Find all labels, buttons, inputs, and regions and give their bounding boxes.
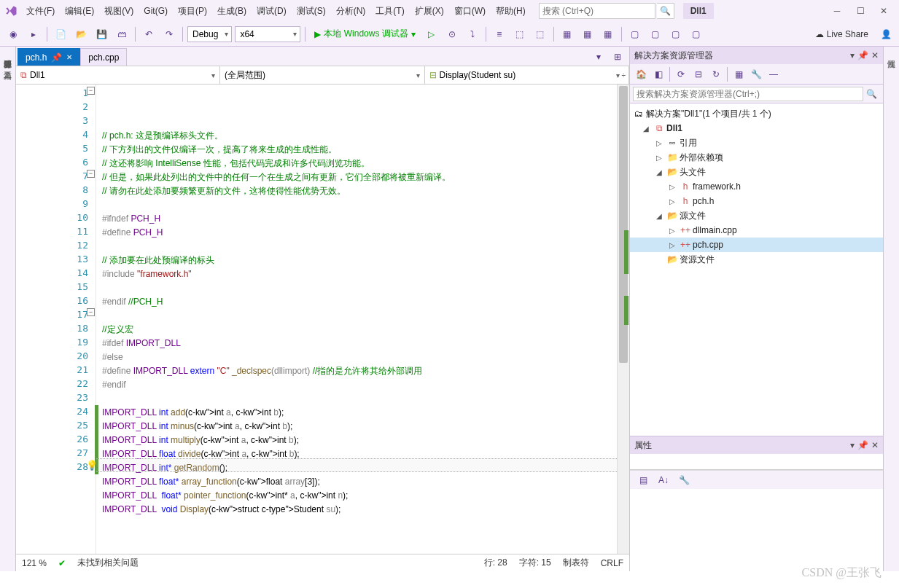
pin-icon[interactable]: 📌 (857, 50, 868, 60)
properties-selector[interactable] (630, 454, 883, 470)
wrench-icon[interactable]: 🔧 (675, 471, 693, 489)
properties-grid[interactable] (630, 489, 883, 571)
menu-project[interactable]: 项目(P) (174, 2, 211, 20)
nav-back-button[interactable]: ◉ (4, 26, 22, 43)
tb-icon-7[interactable]: ▢ (626, 26, 644, 43)
tb-icon-9[interactable]: ▢ (667, 26, 685, 43)
issues-text[interactable]: 未找到相关问题 (77, 557, 139, 569)
tb-icon-3[interactable]: ⬚ (532, 26, 549, 43)
menu-analyze[interactable]: 分析(N) (332, 2, 370, 20)
panel-menu-icon[interactable]: ▾ (850, 50, 855, 60)
tab-pch-h[interactable]: pch.h 📌 ✕ (17, 48, 80, 66)
expand-icon[interactable]: ◢ (643, 125, 652, 133)
platform-combo[interactable]: x64 (235, 26, 300, 42)
menu-file[interactable]: 文件(F) (22, 2, 59, 20)
close-icon[interactable]: ✕ (871, 50, 879, 60)
open-button[interactable]: 📂 (72, 26, 90, 43)
collapse-icon[interactable]: ⊟ (690, 66, 707, 82)
nav-fwd-button[interactable]: ▸ (25, 26, 42, 43)
save-all-button[interactable]: 🗃 (113, 26, 131, 43)
global-search[interactable] (539, 3, 655, 19)
redo-button[interactable]: ↷ (160, 26, 178, 43)
attach-button[interactable]: ⊙ (443, 26, 461, 43)
menu-window[interactable]: 窗口(W) (450, 2, 490, 20)
nav-scope-combo[interactable]: (全局范围) (220, 66, 425, 84)
menu-debug[interactable]: 调试(D) (252, 2, 291, 20)
tree-file-pch-cpp[interactable]: ▷ ++ pch.cpp (630, 238, 883, 252)
menu-edit[interactable]: 编辑(E) (61, 2, 98, 20)
tab-dropdown[interactable]: ▾ (590, 48, 607, 66)
menu-extensions[interactable]: 扩展(X) (410, 2, 448, 20)
close-button[interactable]: ✕ (873, 3, 895, 19)
panel-menu-icon[interactable]: ▾ (850, 440, 855, 450)
save-button[interactable]: 💾 (93, 26, 110, 43)
refresh-icon[interactable]: ↻ (708, 66, 724, 82)
tree-file-framework[interactable]: ▷ h framework.h (630, 179, 883, 194)
tb-icon-1[interactable]: ≡ (491, 26, 508, 43)
properties-icon[interactable]: 🔧 (748, 66, 764, 82)
new-file-button[interactable]: 📄 (52, 26, 69, 43)
tb-icon-6[interactable]: ▦ (599, 26, 617, 43)
tree-resources[interactable]: 📂 资源文件 (630, 252, 883, 267)
search-icon[interactable]: 🔍 (863, 89, 880, 99)
expand-icon[interactable]: ▷ (669, 241, 678, 249)
tree-headers[interactable]: ◢ 📂 头文件 (630, 165, 883, 179)
home-icon[interactable]: 🏠 (633, 66, 649, 82)
expand-icon[interactable]: ▷ (656, 139, 665, 147)
tab-pch-cpp[interactable]: pch.cpp (80, 48, 127, 66)
categorize-icon[interactable]: ▤ (634, 471, 652, 489)
preview-icon[interactable]: — (766, 66, 782, 82)
preview-icon[interactable]: ⊞ (609, 48, 626, 66)
solution-tree[interactable]: 🗂 解决方案"Dll1"(1 个项目/共 1 个) ◢ ⧉ Dll1 ▷ ▫▫ … (630, 103, 883, 436)
pin-icon[interactable]: 📌 (51, 52, 62, 63)
view-icon[interactable]: ◧ (650, 66, 666, 82)
tree-solution-root[interactable]: 🗂 解决方案"Dll1"(1 个项目/共 1 个) (630, 106, 883, 121)
start-debug-button[interactable]: ▶ 本地 Windows 调试器 ▾ (310, 26, 419, 43)
nav-member-combo[interactable]: ⊟ Display(Student su) (425, 66, 630, 84)
menu-tools[interactable]: 工具(T) (371, 2, 408, 20)
tb-icon-2[interactable]: ⬚ (511, 26, 529, 43)
collapse-icon[interactable]: ◢ (656, 168, 665, 176)
alpha-sort-icon[interactable]: A↓ (655, 471, 672, 489)
menu-git[interactable]: Git(G) (139, 3, 172, 19)
properties-tab[interactable]: 属性 (884, 50, 898, 58)
minimize-button[interactable]: ─ (826, 3, 848, 19)
tree-file-dllmain[interactable]: ▷ ++ dllmain.cpp (630, 223, 883, 238)
close-icon[interactable]: ✕ (66, 53, 72, 61)
server-explorer-tab[interactable]: 服务器资源管理器 (1, 50, 15, 58)
collapse-icon[interactable]: ◢ (656, 212, 665, 220)
account-icon[interactable]: 👤 (877, 26, 895, 43)
close-icon[interactable]: ✕ (871, 440, 879, 450)
vertical-scrollbar[interactable] (617, 85, 629, 554)
expand-icon[interactable]: ▷ (669, 183, 678, 191)
indent-mode[interactable]: 制表符 (563, 557, 589, 569)
undo-button[interactable]: ↶ (140, 26, 157, 43)
eol-mode[interactable]: CRLF (601, 558, 623, 568)
expand-icon[interactable]: ▷ (656, 154, 665, 162)
tree-external[interactable]: ▷ 📁 外部依赖项 (630, 150, 883, 165)
pin-icon[interactable]: 📌 (857, 440, 868, 450)
global-search-input[interactable] (542, 6, 652, 16)
tb-icon-4[interactable]: ▦ (559, 26, 576, 43)
menu-build[interactable]: 生成(B) (213, 2, 251, 20)
solution-search-input[interactable] (633, 87, 863, 101)
fold-toggle[interactable]: − (87, 170, 95, 178)
maximize-button[interactable]: ☐ (849, 3, 871, 19)
nav-project-combo[interactable]: ⧉ Dll1 (16, 66, 220, 84)
sync-icon[interactable]: ⟳ (673, 66, 689, 82)
tree-project[interactable]: ◢ ⧉ Dll1 (630, 121, 883, 136)
live-share-button[interactable]: ☁ Live Share (809, 29, 874, 39)
fold-toggle[interactable]: − (87, 308, 95, 316)
tb-icon-5[interactable]: ▦ (579, 26, 596, 43)
menu-view[interactable]: 视图(V) (100, 2, 138, 20)
toolbox-tab[interactable]: 工具箱 (1, 61, 15, 70)
menu-help[interactable]: 帮助(H) (491, 2, 530, 20)
tree-sources[interactable]: ◢ 📂 源文件 (630, 208, 883, 223)
menu-test[interactable]: 测试(S) (292, 2, 330, 20)
start-noDebug-button[interactable]: ▷ (423, 26, 440, 43)
search-button[interactable]: 🔍 (657, 3, 674, 19)
tb-icon-10[interactable]: ▢ (688, 26, 705, 43)
tree-references[interactable]: ▷ ▫▫ 引用 (630, 136, 883, 150)
code-editor[interactable]: // pch.h: 这是预编译标头文件。// 下方列出的文件仅编译一次，提高了将… (96, 85, 617, 554)
step-button[interactable]: ⤵ (464, 26, 481, 43)
